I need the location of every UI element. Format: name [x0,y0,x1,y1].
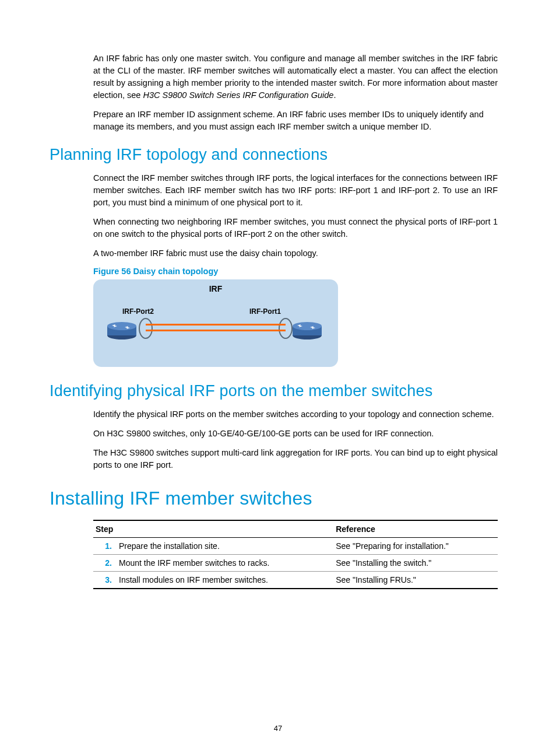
identifying-block: Identify the physical IRF ports on the m… [93,408,498,471]
planning-p3: A two-member IRF fabric must use the dai… [93,247,498,260]
step-ref: See "Installing FRUs." [333,572,498,589]
heading-planning: Planning IRF topology and connections [50,146,498,164]
intro-p1: An IRF fabric has only one master switch… [93,52,498,102]
link-line [146,324,286,326]
step-text: Prepare the installation site. [117,538,333,555]
ring-icon [279,318,293,339]
link-line [146,330,286,331]
table-row: 1. Prepare the installation site. See "P… [93,538,498,555]
steps-table: Step Reference 1. Prepare the installati… [93,520,498,589]
port-label-right: IRF-Port1 [249,307,281,316]
page-number: 47 [0,724,556,733]
topology-figure: IRF IRF-Port2 IRF-Port1 [93,279,338,367]
heading-identifying: Identifying physical IRF ports on the me… [50,382,498,400]
step-number: 1. [93,538,117,555]
svg-point-5 [293,322,322,330]
table-row: 2. Mount the IRF member switches to rack… [93,555,498,572]
switch-icon [106,320,138,340]
heading-installing: Installing IRF member switches [50,488,498,509]
ring-icon [139,318,153,339]
intro-p2: Prepare an IRF member ID assignment sche… [93,108,498,133]
figure-title: IRF [93,284,338,293]
table-row: 3. Install modules on IRF member switche… [93,572,498,589]
figure-caption: Figure 56 Daisy chain topology [93,267,498,276]
identifying-p1: Identify the physical IRF ports on the m… [93,408,498,421]
svg-point-2 [107,322,136,330]
identifying-p2: On H3C S9800 switches, only 10-GE/40-GE/… [93,428,498,440]
step-text: Mount the IRF member switches to racks. [117,555,333,572]
intro-block: An IRF fabric has only one master switch… [93,52,498,133]
switch-icon [291,320,323,340]
step-number: 2. [93,555,117,572]
step-ref: See "Installing the switch." [333,555,498,572]
table-head-step: Step [93,520,333,538]
intro-p1-ref: H3C S9800 Switch Series IRF Configuratio… [143,90,333,100]
planning-block: Connect the IRF member switches through … [93,172,498,367]
step-ref: See "Preparing for installation." [333,538,498,555]
port-label-left: IRF-Port2 [122,307,154,316]
planning-p1: Connect the IRF member switches through … [93,172,498,209]
table-head-ref: Reference [333,520,498,538]
document-page: An IRF fabric has only one master switch… [0,0,556,756]
intro-p1-tail: . [333,90,336,100]
installing-block: Step Reference 1. Prepare the installati… [93,520,498,589]
step-text: Install modules on IRF member switches. [117,572,333,589]
planning-p2: When connecting two neighboring IRF memb… [93,216,498,240]
step-number: 3. [93,572,117,589]
identifying-p3: The H3C S9800 switches support multi-car… [93,447,498,471]
